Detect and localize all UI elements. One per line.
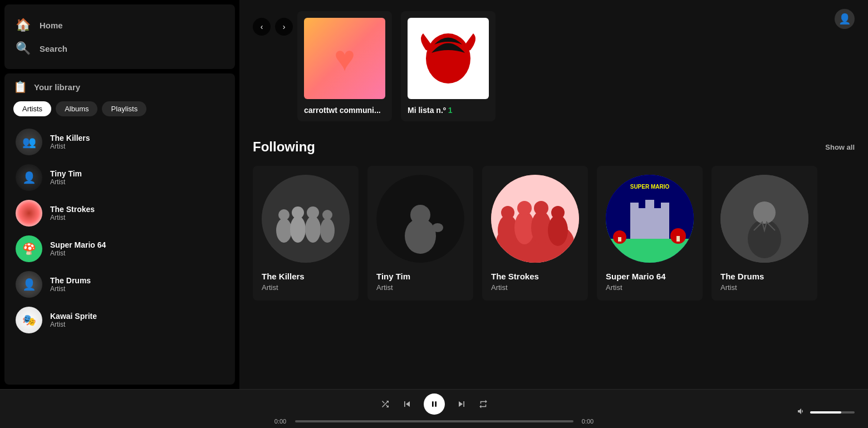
filter-playlists[interactable]: Playlists [102, 101, 146, 116]
filter-albums[interactable]: Albums [56, 101, 97, 116]
sidebar-item-home[interactable]: 🏠 Home [16, 13, 224, 37]
filter-buttons: Artists Albums Playlists [13, 101, 226, 116]
volume-fill [810, 411, 841, 414]
following-card-strokes[interactable]: The Strokes Artist [482, 166, 588, 301]
sidebar-item-home-label: Home [40, 21, 63, 30]
following-type-drums: Artist [720, 283, 808, 292]
following-grid: The Killers Artist [253, 166, 855, 301]
following-card-drums[interactable]: The Drums Artist [712, 166, 817, 301]
section-header: Following Show all [253, 139, 855, 155]
svg-point-14 [410, 205, 430, 225]
svg-point-3 [262, 175, 350, 263]
card-playlist1[interactable]: Mi lista n.º 1 [401, 11, 496, 121]
sidebar-artist-strokes[interactable]: The Strokes Artist [13, 195, 226, 231]
sidebar-artist-killers[interactable]: 👥 The Killers Artist [13, 124, 226, 160]
artist-mario-name: Super Mario 64 [50, 240, 106, 249]
svg-point-7 [292, 206, 304, 219]
following-name-strokes: The Strokes [491, 272, 579, 281]
svg-point-11 [322, 210, 332, 220]
svg-point-6 [290, 216, 306, 243]
following-title: Following [253, 139, 315, 155]
svg-point-8 [305, 216, 321, 243]
artist-list: 👥 The Killers Artist 👤 Tiny Tim Artist [13, 124, 226, 378]
heart-icon: ♥ [334, 38, 355, 79]
avatar-strokes [16, 200, 42, 227]
artist-kawai-name: Kawai Sprite [50, 312, 97, 321]
following-name-drums: The Drums [720, 272, 808, 281]
progress-bar[interactable] [295, 420, 573, 422]
svg-rect-31 [661, 203, 669, 214]
following-card-killers[interactable]: The Killers Artist [253, 166, 359, 301]
following-name-tinytim: Tiny Tim [376, 272, 464, 281]
avatar-drums: 👤 [16, 271, 42, 298]
svg-point-9 [307, 206, 319, 219]
pause-button[interactable] [424, 393, 445, 415]
sidebar-artist-mario[interactable]: 🍄 Super Mario 64 Artist [13, 231, 226, 267]
svg-point-23 [534, 201, 548, 215]
avatar-kawai: 🎭 [16, 307, 42, 333]
following-name-killers: The Killers [262, 272, 350, 281]
prev-button[interactable] [401, 399, 413, 410]
next-button[interactable] [456, 399, 467, 410]
liked-songs-image: ♥ [304, 18, 385, 99]
progress-area: 0:00 0:00 [272, 418, 597, 425]
playlist1-image [408, 18, 489, 99]
following-section: Following Show all [253, 139, 855, 301]
repeat-button[interactable] [478, 399, 488, 409]
following-card-tinytim[interactable]: Tiny Tim Artist [367, 166, 473, 301]
svg-rect-36 [676, 236, 680, 242]
filter-artists[interactable]: Artists [13, 101, 51, 116]
sidebar-artist-tinytim[interactable]: 👤 Tiny Tim Artist [13, 160, 226, 195]
artist-kawai-type: Artist [50, 321, 97, 328]
following-avatar-drums [720, 175, 808, 263]
sidebar: 🏠 Home 🔍 Search 📋 Your library Artists A… [0, 0, 239, 389]
home-icon: 🏠 [16, 18, 31, 32]
show-all-button[interactable]: Show all [825, 143, 855, 151]
shuffle-button[interactable] [380, 399, 390, 409]
svg-point-25 [551, 206, 565, 219]
svg-point-21 [517, 201, 532, 215]
carousel-prev[interactable]: ‹ [253, 18, 271, 36]
following-card-mario[interactable]: SUPER MARIO Super Mario 64 Artist [597, 166, 703, 301]
carousel-next[interactable]: › [275, 18, 293, 36]
main-layout: 🏠 Home 🔍 Search 📋 Your library Artists A… [0, 0, 868, 389]
sidebar-item-search-label: Search [40, 44, 67, 53]
player-controls [380, 393, 488, 415]
svg-point-4 [276, 218, 292, 243]
volume-slider[interactable] [810, 411, 855, 414]
artist-tinytim-name: Tiny Tim [50, 169, 82, 178]
sidebar-artist-drums[interactable]: 👤 The Drums Artist [13, 267, 226, 302]
svg-point-2 [434, 56, 462, 78]
following-type-killers: Artist [262, 283, 350, 292]
svg-rect-30 [645, 200, 654, 214]
artist-killers-name: The Killers [50, 134, 90, 142]
artist-mario-type: Artist [50, 249, 106, 257]
artist-drums-name: The Drums [50, 276, 91, 285]
svg-point-24 [548, 215, 568, 246]
artist-killers-type: Artist [50, 142, 90, 150]
card-liked-songs[interactable]: ♥ carrottwt communi... [297, 11, 392, 121]
artist-strokes-type: Artist [50, 214, 95, 222]
card-playlist1-title: Mi lista n.º 1 [408, 106, 489, 115]
card-liked-title: carrottwt communi... [304, 106, 385, 115]
player-bar: 0:00 0:00 [0, 389, 868, 428]
carousel-nav: ‹ › [253, 18, 293, 36]
library-label: Your library [34, 82, 80, 92]
svg-point-39 [748, 219, 781, 258]
main-content: 👤 ‹ › ♥ carrottwt communi... [239, 0, 868, 389]
carousel-area: ‹ › ♥ carrottwt communi... [253, 11, 855, 121]
sidebar-item-search[interactable]: 🔍 Search [16, 37, 224, 60]
svg-rect-34 [618, 237, 621, 242]
library-header: 📋 Your library [13, 80, 226, 94]
library-section: 📋 Your library Artists Albums Playlists … [4, 73, 235, 385]
current-time: 0:00 [272, 418, 290, 425]
artist-drums-type: Artist [50, 285, 91, 293]
svg-point-19 [501, 206, 514, 219]
volume-area [797, 407, 855, 418]
svg-rect-29 [630, 203, 639, 214]
avatar-tinytim: 👤 [16, 164, 42, 191]
artist-tinytim-type: Artist [50, 178, 82, 186]
svg-point-15 [432, 223, 443, 232]
sidebar-artist-kawai[interactable]: 🎭 Kawai Sprite Artist [13, 302, 226, 338]
svg-point-5 [278, 209, 290, 220]
